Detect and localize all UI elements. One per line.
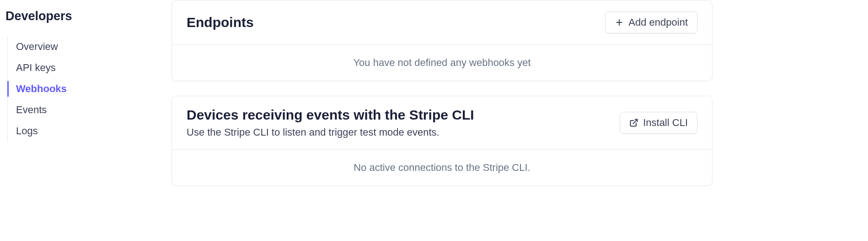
cli-panel: Devices receiving events with the Stripe…: [171, 96, 713, 186]
sidebar-title: Developers: [5, 9, 171, 23]
sidebar-item-label: Webhooks: [16, 83, 67, 94]
endpoints-empty-text: You have not defined any webhooks yet: [353, 57, 530, 68]
install-cli-label: Install CLI: [643, 117, 688, 129]
sidebar-item-events[interactable]: Events: [8, 99, 171, 120]
endpoints-panel-header: Endpoints Add endpoint: [172, 0, 712, 44]
svg-line-2: [633, 120, 638, 124]
endpoints-title: Endpoints: [187, 15, 254, 30]
sidebar-item-logs[interactable]: Logs: [8, 120, 171, 142]
add-endpoint-label: Add endpoint: [628, 16, 688, 28]
cli-panel-header: Devices receiving events with the Stripe…: [172, 96, 712, 149]
sidebar-item-label: Events: [16, 104, 47, 115]
sidebar-item-label: API keys: [16, 62, 56, 73]
sidebar-item-webhooks[interactable]: Webhooks: [8, 78, 171, 99]
cli-empty-text: No active connections to the Stripe CLI.: [354, 162, 530, 173]
external-link-icon: [629, 118, 638, 127]
sidebar-item-api-keys[interactable]: API keys: [8, 57, 171, 78]
cli-title: Devices receiving events with the Stripe…: [187, 107, 474, 123]
sidebar-nav: Overview API keys Webhooks Events Logs: [7, 36, 171, 142]
main-content: Endpoints Add endpoint You have not defi…: [171, 0, 868, 241]
sidebar: Developers Overview API keys Webhooks Ev…: [0, 0, 171, 241]
endpoints-panel: Endpoints Add endpoint You have not defi…: [171, 0, 713, 81]
sidebar-item-overview[interactable]: Overview: [8, 36, 171, 57]
add-endpoint-button[interactable]: Add endpoint: [605, 11, 697, 33]
sidebar-item-label: Overview: [16, 41, 58, 52]
install-cli-button[interactable]: Install CLI: [620, 112, 697, 134]
sidebar-item-label: Logs: [16, 125, 38, 137]
cli-subtitle: Use the Stripe CLI to listen and trigger…: [187, 126, 474, 138]
endpoints-empty-state: You have not defined any webhooks yet: [172, 44, 712, 81]
plus-icon: [615, 18, 624, 27]
cli-empty-state: No active connections to the Stripe CLI.: [172, 149, 712, 186]
cli-header-text: Devices receiving events with the Stripe…: [187, 107, 474, 138]
